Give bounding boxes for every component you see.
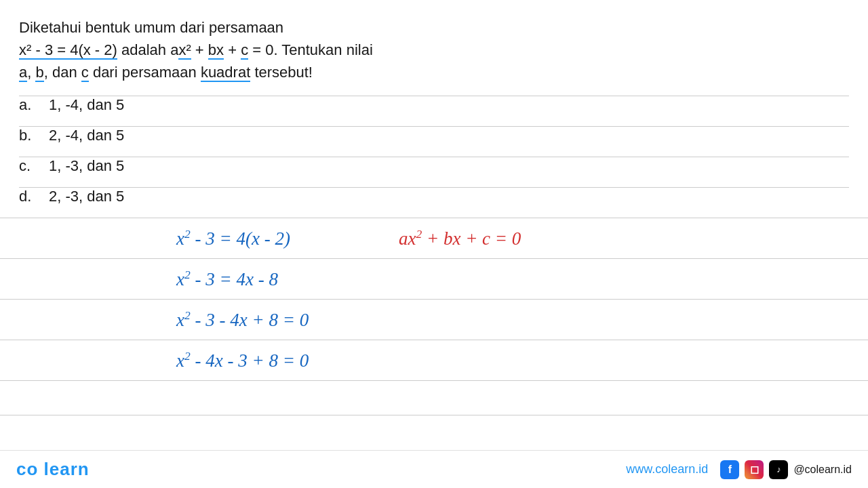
work-step-1-left: x2 - 3 = 4(x - 2) — [176, 227, 290, 249]
question-line3: a, b, dan c dari persamaan kuadrat terse… — [19, 61, 849, 83]
question-block: Diketahui bentuk umum dari persamaan x² … — [19, 16, 849, 83]
option-text-c: 1, -3, dan 5 — [49, 157, 124, 175]
bottom-lines — [0, 380, 868, 451]
work-step-1-right: ax2 + bx + c = 0 — [399, 227, 521, 249]
work-line-1: x2 - 3 = 4(x - 2) ax2 + bx + c = 0 — [0, 218, 868, 259]
c-underline: c — [241, 41, 248, 60]
footer-website: www.colearn.id — [626, 462, 708, 476]
footer: co learn www.colearn.id f ◻ ♪ @colearn.i… — [0, 450, 868, 488]
question-line1: Diketahui bentuk umum dari persamaan — [19, 16, 849, 39]
main-content: Diketahui bentuk umum dari persamaan x² … — [0, 0, 868, 205]
social-handle: @colearn.id — [793, 464, 852, 476]
work-step-4: x2 - 4x - 3 + 8 = 0 — [176, 349, 309, 371]
work-line-2: x2 - 3 = 4x - 8 — [0, 259, 868, 300]
work-area: x2 - 3 = 4(x - 2) ax2 + bx + c = 0 x2 - … — [0, 218, 868, 380]
option-label-d: d. — [19, 188, 38, 205]
footer-social: f ◻ ♪ @colearn.id — [720, 460, 852, 479]
a-underline: a — [19, 64, 27, 82]
logo-text: co learn — [16, 459, 90, 479]
option-label-c: c. — [19, 157, 38, 175]
kuadrat-underline: kuadrat — [201, 64, 250, 82]
option-d: d. 2, -3, dan 5 — [19, 188, 849, 205]
option-text-b: 2, -4, dan 5 — [49, 127, 124, 144]
option-label-a: a. — [19, 96, 38, 114]
empty-line-2 — [0, 415, 868, 451]
tiktok-icon: ♪ — [769, 460, 788, 479]
empty-line-1 — [0, 380, 868, 415]
facebook-icon: f — [720, 460, 739, 479]
question-line2: x² - 3 = 4(x - 2) adalah ax² + bx + c = … — [19, 39, 849, 61]
option-label-b: b. — [19, 127, 38, 144]
b-underline: b — [35, 64, 43, 82]
footer-logo: co learn — [16, 459, 90, 480]
work-line-4: x2 - 4x - 3 + 8 = 0 — [0, 340, 868, 381]
option-c: c. 1, -3, dan 5 — [19, 157, 849, 175]
footer-right: www.colearn.id f ◻ ♪ @colearn.id — [626, 460, 852, 479]
bx-underline: bx — [208, 41, 224, 60]
c2-underline: c — [81, 64, 89, 82]
ax2-underline: x² — [178, 41, 191, 60]
option-b: b. 2, -4, dan 5 — [19, 127, 849, 144]
option-a: a. 1, -4, dan 5 — [19, 96, 849, 114]
equation-underline: x² - 3 = 4(x - 2) — [19, 41, 117, 60]
instagram-icon: ◻ — [745, 460, 764, 479]
options-section: a. 1, -4, dan 5 b. 2, -4, dan 5 c. 1, -3… — [19, 96, 849, 205]
option-text-d: 2, -3, dan 5 — [49, 188, 124, 205]
work-step-2: x2 - 3 = 4x - 8 — [176, 268, 278, 290]
work-step-3: x2 - 3 - 4x + 8 = 0 — [176, 308, 309, 331]
option-text-a: 1, -4, dan 5 — [49, 96, 124, 114]
work-line-3: x2 - 3 - 4x + 8 = 0 — [0, 300, 868, 340]
